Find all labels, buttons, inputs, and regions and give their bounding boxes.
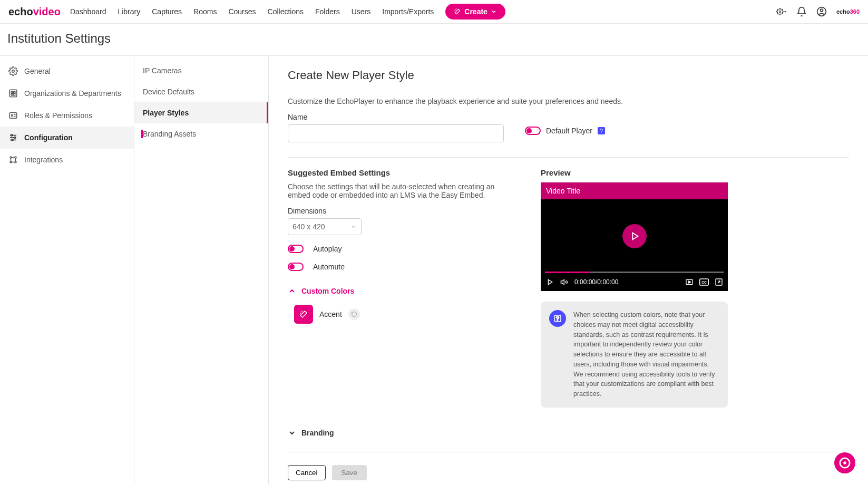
sidebar-primary: General Organizations & Departments Role… (0, 56, 134, 484)
svg-point-18 (14, 137, 16, 139)
help-fab[interactable] (834, 452, 855, 473)
nav-rooms[interactable]: Rooms (193, 7, 217, 16)
name-label: Name (288, 113, 504, 121)
sidebar-secondary: IP Cameras Device Defaults Player Styles… (134, 56, 269, 484)
sidebar-item-integrations[interactable]: Integrations (0, 149, 134, 171)
sidebar-item-orgs[interactable]: Organizations & Departments (0, 82, 134, 104)
reset-accent-button[interactable] (348, 308, 360, 320)
svg-point-22 (10, 161, 12, 163)
svg-rect-6 (11, 91, 13, 93)
automute-label: Automute (313, 263, 345, 271)
nav-captures[interactable]: Captures (152, 7, 182, 16)
save-button[interactable]: Save (332, 465, 367, 480)
sidebar-item-label: General (24, 67, 51, 75)
accent-color-swatch[interactable] (294, 305, 313, 324)
help-icon[interactable]: ? (598, 127, 605, 134)
bell-icon[interactable] (796, 6, 807, 17)
wand-icon (299, 309, 308, 319)
default-player-row: Default Player ? (525, 127, 605, 135)
preview-play-button[interactable] (622, 224, 647, 248)
content-panel: Create New Player Style Customize the Ec… (269, 56, 868, 484)
main-layout: General Organizations & Departments Role… (0, 56, 868, 484)
default-player-toggle[interactable] (525, 127, 541, 135)
accent-label: Accent (319, 310, 342, 318)
create-button[interactable]: Create (445, 4, 505, 20)
sidebar2-item-brandingassets[interactable]: Branding Assets (134, 123, 268, 144)
svg-marker-25 (548, 279, 552, 284)
nav-dashboard[interactable]: Dashboard (70, 7, 106, 16)
svg-point-4 (12, 70, 15, 73)
svg-marker-1 (784, 11, 786, 13)
org-icon (8, 89, 18, 98)
embed-desc: Choose the settings that will be auto-se… (288, 182, 499, 199)
info-box: ? When selecting custom colors, note tha… (541, 302, 728, 408)
dimensions-label: Dimensions (288, 207, 509, 215)
svg-text:?: ? (556, 315, 559, 322)
sidebar-item-label: Roles & Permissions (24, 111, 92, 120)
branding-toggle[interactable]: Branding (288, 429, 849, 437)
sidebar-item-label: Integrations (24, 156, 63, 164)
svg-point-0 (779, 11, 781, 12)
nav-links: Dashboard Library Captures Rooms Courses… (70, 7, 434, 16)
topbar: echovideo Dashboard Library Captures Roo… (0, 0, 868, 24)
custom-colors-toggle[interactable]: Custom Colors (288, 287, 509, 295)
gear-icon (8, 66, 18, 76)
embed-heading: Suggested Embed Settings (288, 168, 509, 177)
info-icon: ? (549, 310, 566, 327)
preview-progress[interactable] (545, 272, 724, 273)
automute-toggle[interactable] (288, 263, 304, 271)
two-column: Suggested Embed Settings Choose the sett… (288, 168, 849, 408)
chevron-down-icon (288, 429, 296, 437)
user-icon[interactable] (816, 6, 827, 17)
button-row: Cancel Save (288, 465, 849, 480)
undo-icon (351, 311, 357, 317)
play-small-icon[interactable] (545, 277, 554, 287)
nav-library[interactable]: Library (118, 7, 140, 16)
svg-marker-28 (689, 281, 691, 283)
svg-text:CC: CC (701, 280, 707, 284)
left-column: Suggested Embed Settings Choose the sett… (288, 168, 509, 324)
nav-users[interactable]: Users (352, 7, 371, 16)
sidebar-item-roles[interactable]: Roles & Permissions (0, 104, 134, 127)
automute-row: Automute (288, 263, 509, 271)
nav-folders[interactable]: Folders (315, 7, 340, 16)
cancel-button[interactable]: Cancel (288, 465, 326, 480)
name-input[interactable] (288, 124, 504, 142)
brand360-logo[interactable]: echo360 (836, 8, 860, 15)
volume-icon[interactable] (560, 277, 569, 287)
nav-imports-exports[interactable]: Imports/Exports (382, 7, 434, 16)
dimensions-select[interactable]: 640 x 420 (288, 218, 362, 235)
wand-icon (454, 8, 461, 15)
nav-collections[interactable]: Collections (268, 7, 304, 16)
preview-heading: Preview (541, 168, 730, 177)
badge-icon (8, 111, 18, 120)
sidebar2-item-devicedefaults[interactable]: Device Defaults (134, 81, 268, 102)
accent-row: Accent (294, 305, 509, 324)
page-title: Institution Settings (7, 31, 861, 46)
sidebar2-item-playerstyles[interactable]: Player Styles (134, 102, 268, 123)
autoplay-toggle[interactable] (288, 245, 304, 253)
nav-courses[interactable]: Courses (228, 7, 256, 16)
cc-icon[interactable]: CC (699, 277, 709, 287)
svg-point-3 (820, 9, 823, 12)
settings-dropdown-icon[interactable] (776, 6, 787, 17)
preview-body (541, 199, 728, 273)
form-title: Create New Player Style (288, 69, 849, 82)
logo[interactable]: echovideo (8, 6, 61, 18)
sidebar-item-configuration[interactable]: Configuration (0, 127, 134, 149)
svg-marker-24 (632, 233, 638, 240)
svg-point-21 (15, 157, 16, 158)
svg-rect-9 (14, 94, 15, 95)
nodes-icon (8, 155, 18, 164)
fullscreen-icon[interactable] (714, 277, 724, 287)
preview-video-title: Video Title (541, 182, 728, 199)
chevron-down-icon (350, 224, 357, 230)
chevron-up-icon (288, 287, 296, 295)
name-row: Name Default Player ? (288, 113, 849, 142)
sidebar-item-general[interactable]: General (0, 60, 134, 82)
sidebar2-item-ipcameras[interactable]: IP Cameras (134, 60, 268, 81)
pip-icon[interactable] (685, 277, 694, 287)
right-column: Preview Video Title 0:00:00/0:00:00 (541, 168, 730, 408)
default-player-label: Default Player (546, 127, 592, 135)
autoplay-label: Autoplay (313, 245, 342, 253)
